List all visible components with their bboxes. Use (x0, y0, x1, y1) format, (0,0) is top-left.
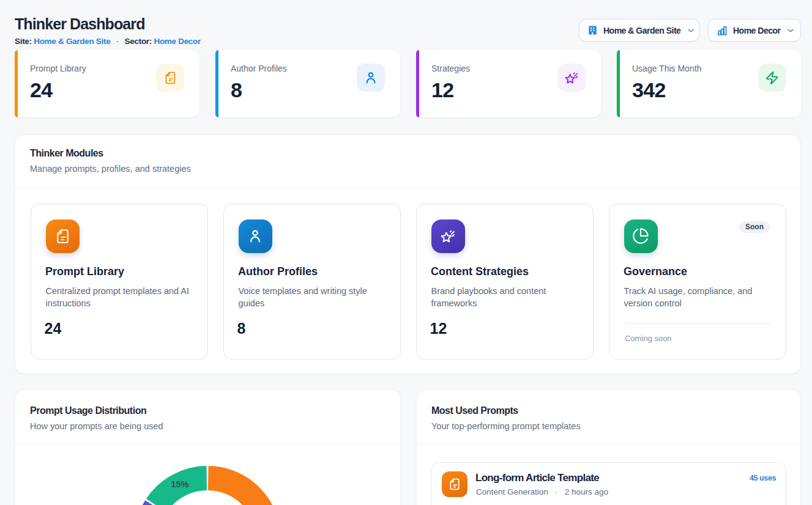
svg-text:15%: 15% (171, 479, 188, 489)
